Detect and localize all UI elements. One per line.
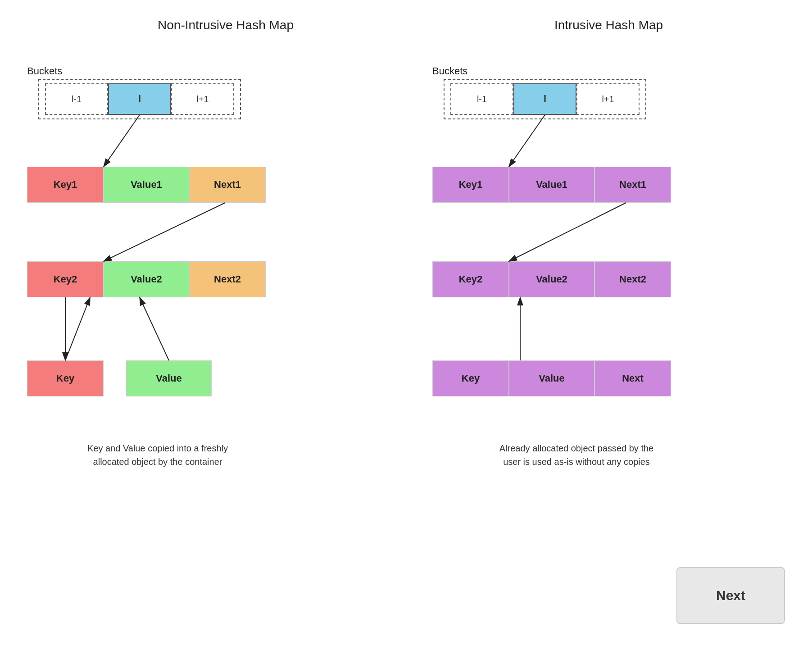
left-bucket-l-plus-1: l+1: [171, 83, 234, 115]
right-bucket-l: l: [513, 83, 576, 115]
right-caption: Already allocated object passed by theus…: [432, 441, 721, 469]
left-node2-value: Value2: [104, 261, 189, 297]
right-panel-title: Intrusive Hash Map: [432, 18, 785, 32]
right-node2-key: Key2: [432, 261, 509, 297]
next-button[interactable]: Next: [676, 567, 785, 624]
right-buckets-label: Buckets: [432, 65, 467, 77]
left-panel-title: Non-Intrusive Hash Map: [45, 18, 406, 32]
right-bucket-l-plus-1: l+1: [576, 83, 640, 115]
left-caption: Key and Value copied into a freshlyalloc…: [27, 441, 288, 469]
right-node-bottom-value: Value: [509, 360, 594, 396]
svg-line-3: [104, 203, 225, 261]
left-node2-next: Next2: [189, 261, 266, 297]
left-buckets-label: Buckets: [27, 65, 62, 77]
right-node2-value: Value2: [509, 261, 594, 297]
right-node2-next: Next2: [594, 261, 671, 297]
right-node-bottom-next: Next: [594, 360, 671, 396]
right-bucket-l-minus-1: l-1: [450, 83, 513, 115]
right-node1-key: Key1: [432, 167, 509, 203]
left-bucket-l: l: [108, 83, 171, 115]
svg-line-7: [509, 115, 545, 167]
left-node2-key: Key2: [27, 261, 104, 297]
right-node1-next: Next1: [594, 167, 671, 203]
svg-line-8: [509, 203, 626, 261]
left-key-standalone: Key: [27, 360, 104, 396]
svg-line-5: [65, 297, 90, 360]
right-node1-value: Value1: [509, 167, 594, 203]
left-bucket-l-minus-1: l-1: [45, 83, 108, 115]
left-node1-next: Next1: [189, 167, 266, 203]
left-value-standalone: Value: [126, 360, 212, 396]
svg-line-2: [104, 115, 140, 167]
svg-line-6: [140, 297, 169, 360]
right-node-bottom-key: Key: [432, 360, 509, 396]
left-node1-value: Value1: [104, 167, 189, 203]
left-node1-key: Key1: [27, 167, 104, 203]
